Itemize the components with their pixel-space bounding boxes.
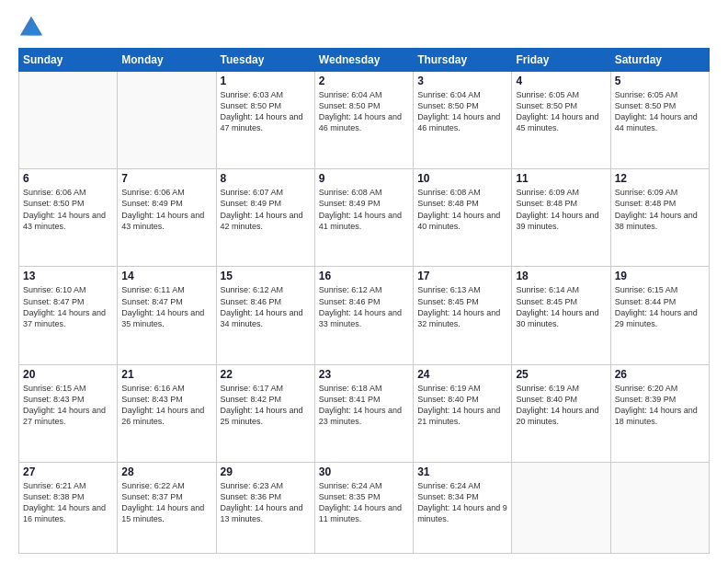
day-header-saturday: Saturday bbox=[610, 49, 709, 72]
day-number: 14 bbox=[121, 270, 211, 282]
day-number: 7 bbox=[121, 172, 211, 185]
day-number: 25 bbox=[516, 368, 606, 381]
cell-info: Sunrise: 6:07 AMSunset: 8:49 PMDaylight:… bbox=[221, 187, 311, 232]
day-number: 21 bbox=[121, 368, 211, 381]
cell-info: Sunrise: 6:19 AMSunset: 8:40 PMDaylight:… bbox=[417, 383, 507, 428]
calendar-cell: 19Sunrise: 6:15 AMSunset: 8:44 PMDayligh… bbox=[610, 267, 709, 364]
calendar-cell: 14Sunrise: 6:11 AMSunset: 8:47 PMDayligh… bbox=[118, 267, 216, 364]
cell-info: Sunrise: 6:24 AMSunset: 8:35 PMDaylight:… bbox=[319, 480, 409, 525]
calendar-cell: 3Sunrise: 6:04 AMSunset: 8:50 PMDaylight… bbox=[414, 72, 512, 169]
day-number: 24 bbox=[417, 368, 507, 381]
day-number: 11 bbox=[516, 172, 606, 185]
day-number: 23 bbox=[319, 368, 409, 381]
calendar-cell: 25Sunrise: 6:19 AMSunset: 8:40 PMDayligh… bbox=[512, 364, 610, 462]
cell-info: Sunrise: 6:23 AMSunset: 8:36 PMDaylight:… bbox=[221, 480, 311, 525]
cell-info: Sunrise: 6:08 AMSunset: 8:49 PMDaylight:… bbox=[319, 187, 409, 232]
cell-info: Sunrise: 6:04 AMSunset: 8:50 PMDaylight:… bbox=[319, 89, 409, 134]
day-number: 10 bbox=[417, 172, 507, 185]
day-number: 13 bbox=[23, 270, 113, 282]
cell-info: Sunrise: 6:06 AMSunset: 8:50 PMDaylight:… bbox=[23, 187, 113, 232]
cell-info: Sunrise: 6:06 AMSunset: 8:49 PMDaylight:… bbox=[121, 187, 211, 232]
day-number: 8 bbox=[221, 172, 311, 185]
calendar-cell: 5Sunrise: 6:05 AMSunset: 8:50 PMDaylight… bbox=[610, 72, 709, 169]
day-number: 17 bbox=[417, 270, 507, 282]
day-number: 12 bbox=[615, 172, 705, 185]
calendar-cell: 23Sunrise: 6:18 AMSunset: 8:41 PMDayligh… bbox=[314, 364, 413, 462]
day-number: 18 bbox=[516, 270, 606, 282]
page: SundayMondayTuesdayWednesdayThursdayFrid… bbox=[0, 0, 728, 563]
day-number: 9 bbox=[319, 172, 409, 185]
calendar-cell: 6Sunrise: 6:06 AMSunset: 8:50 PMDaylight… bbox=[19, 169, 118, 267]
calendar-cell: 7Sunrise: 6:06 AMSunset: 8:49 PMDaylight… bbox=[118, 169, 216, 267]
calendar-cell: 24Sunrise: 6:19 AMSunset: 8:40 PMDayligh… bbox=[414, 364, 512, 462]
calendar-cell: 17Sunrise: 6:13 AMSunset: 8:45 PMDayligh… bbox=[414, 267, 512, 364]
calendar-cell: 10Sunrise: 6:08 AMSunset: 8:48 PMDayligh… bbox=[414, 169, 512, 267]
calendar-cell bbox=[118, 72, 216, 169]
cell-info: Sunrise: 6:16 AMSunset: 8:43 PMDaylight:… bbox=[121, 383, 211, 428]
cell-info: Sunrise: 6:21 AMSunset: 8:38 PMDaylight:… bbox=[23, 480, 113, 525]
cell-info: Sunrise: 6:12 AMSunset: 8:46 PMDaylight:… bbox=[221, 284, 311, 329]
cell-info: Sunrise: 6:12 AMSunset: 8:46 PMDaylight:… bbox=[319, 284, 409, 329]
logo bbox=[18, 15, 48, 40]
day-number: 5 bbox=[615, 75, 705, 87]
cell-info: Sunrise: 6:09 AMSunset: 8:48 PMDaylight:… bbox=[615, 187, 705, 232]
day-header-thursday: Thursday bbox=[414, 49, 512, 72]
day-number: 29 bbox=[221, 465, 311, 478]
day-number: 2 bbox=[319, 75, 409, 87]
cell-info: Sunrise: 6:04 AMSunset: 8:50 PMDaylight:… bbox=[417, 89, 507, 134]
day-header-sunday: Sunday bbox=[19, 49, 118, 72]
cell-info: Sunrise: 6:19 AMSunset: 8:40 PMDaylight:… bbox=[516, 383, 606, 428]
calendar-cell: 15Sunrise: 6:12 AMSunset: 8:46 PMDayligh… bbox=[216, 267, 314, 364]
calendar-cell: 8Sunrise: 6:07 AMSunset: 8:49 PMDaylight… bbox=[216, 169, 314, 267]
calendar-cell: 22Sunrise: 6:17 AMSunset: 8:42 PMDayligh… bbox=[216, 364, 314, 462]
cell-info: Sunrise: 6:10 AMSunset: 8:47 PMDaylight:… bbox=[23, 284, 113, 329]
cell-info: Sunrise: 6:13 AMSunset: 8:45 PMDaylight:… bbox=[417, 284, 507, 329]
day-number: 28 bbox=[121, 465, 211, 478]
day-number: 3 bbox=[417, 75, 507, 87]
cell-info: Sunrise: 6:20 AMSunset: 8:39 PMDaylight:… bbox=[615, 383, 705, 428]
calendar-cell bbox=[512, 462, 610, 553]
cell-info: Sunrise: 6:18 AMSunset: 8:41 PMDaylight:… bbox=[319, 383, 409, 428]
calendar-cell: 11Sunrise: 6:09 AMSunset: 8:48 PMDayligh… bbox=[512, 169, 610, 267]
calendar-cell bbox=[19, 72, 118, 169]
day-number: 1 bbox=[221, 75, 311, 87]
calendar-cell: 27Sunrise: 6:21 AMSunset: 8:38 PMDayligh… bbox=[19, 462, 118, 553]
calendar-cell: 1Sunrise: 6:03 AMSunset: 8:50 PMDaylight… bbox=[216, 72, 314, 169]
cell-info: Sunrise: 6:05 AMSunset: 8:50 PMDaylight:… bbox=[615, 89, 705, 134]
calendar-cell: 18Sunrise: 6:14 AMSunset: 8:45 PMDayligh… bbox=[512, 267, 610, 364]
day-number: 16 bbox=[319, 270, 409, 282]
calendar-cell: 16Sunrise: 6:12 AMSunset: 8:46 PMDayligh… bbox=[314, 267, 413, 364]
calendar-cell: 12Sunrise: 6:09 AMSunset: 8:48 PMDayligh… bbox=[610, 169, 709, 267]
calendar-cell: 13Sunrise: 6:10 AMSunset: 8:47 PMDayligh… bbox=[19, 267, 118, 364]
day-header-tuesday: Tuesday bbox=[216, 49, 314, 72]
calendar-cell: 31Sunrise: 6:24 AMSunset: 8:34 PMDayligh… bbox=[414, 462, 512, 553]
calendar-cell: 30Sunrise: 6:24 AMSunset: 8:35 PMDayligh… bbox=[314, 462, 413, 553]
calendar-cell: 28Sunrise: 6:22 AMSunset: 8:37 PMDayligh… bbox=[118, 462, 216, 553]
cell-info: Sunrise: 6:09 AMSunset: 8:48 PMDaylight:… bbox=[516, 187, 606, 232]
calendar-cell: 26Sunrise: 6:20 AMSunset: 8:39 PMDayligh… bbox=[610, 364, 709, 462]
day-number: 6 bbox=[23, 172, 113, 185]
cell-info: Sunrise: 6:14 AMSunset: 8:45 PMDaylight:… bbox=[516, 284, 606, 329]
day-number: 22 bbox=[221, 368, 311, 381]
calendar-cell: 29Sunrise: 6:23 AMSunset: 8:36 PMDayligh… bbox=[216, 462, 314, 553]
day-number: 4 bbox=[516, 75, 606, 87]
day-header-wednesday: Wednesday bbox=[314, 49, 413, 72]
cell-info: Sunrise: 6:15 AMSunset: 8:43 PMDaylight:… bbox=[23, 383, 113, 428]
calendar-cell: 4Sunrise: 6:05 AMSunset: 8:50 PMDaylight… bbox=[512, 72, 610, 169]
cell-info: Sunrise: 6:22 AMSunset: 8:37 PMDaylight:… bbox=[121, 480, 211, 525]
day-number: 31 bbox=[417, 465, 507, 478]
day-number: 30 bbox=[319, 465, 409, 478]
day-header-friday: Friday bbox=[512, 49, 610, 72]
day-number: 27 bbox=[23, 465, 113, 478]
cell-info: Sunrise: 6:08 AMSunset: 8:48 PMDaylight:… bbox=[417, 187, 507, 232]
day-number: 26 bbox=[615, 368, 705, 381]
cell-info: Sunrise: 6:15 AMSunset: 8:44 PMDaylight:… bbox=[615, 284, 705, 329]
day-number: 20 bbox=[23, 368, 113, 381]
logo-icon bbox=[18, 15, 44, 40]
calendar-cell: 21Sunrise: 6:16 AMSunset: 8:43 PMDayligh… bbox=[118, 364, 216, 462]
calendar-cell: 2Sunrise: 6:04 AMSunset: 8:50 PMDaylight… bbox=[314, 72, 413, 169]
cell-info: Sunrise: 6:17 AMSunset: 8:42 PMDaylight:… bbox=[221, 383, 311, 428]
cell-info: Sunrise: 6:05 AMSunset: 8:50 PMDaylight:… bbox=[516, 89, 606, 134]
cell-info: Sunrise: 6:03 AMSunset: 8:50 PMDaylight:… bbox=[221, 89, 311, 134]
calendar-cell: 20Sunrise: 6:15 AMSunset: 8:43 PMDayligh… bbox=[19, 364, 118, 462]
